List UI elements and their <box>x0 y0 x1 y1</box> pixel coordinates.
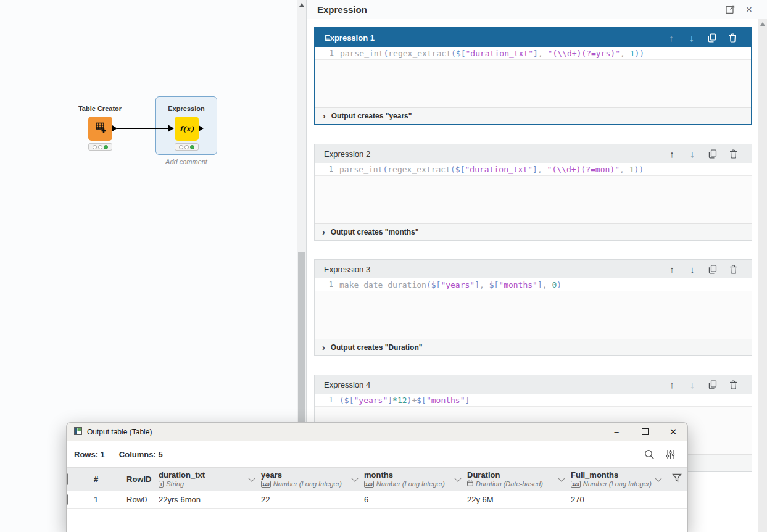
table-header-row: #RowIDduration_txtTStringyears123Number … <box>67 467 687 491</box>
move-down-button[interactable]: ↓ <box>687 264 697 274</box>
output-preview-row[interactable]: ›Output creates "months" <box>315 223 752 240</box>
column-header-rowid[interactable]: RowID <box>124 475 156 484</box>
connection-edge[interactable] <box>117 128 168 129</box>
expression-card-title: Expression 2 <box>324 149 667 159</box>
code-token: "months" <box>426 396 465 405</box>
column-header-duration[interactable]: DurationDuration (Date-based) <box>465 471 568 488</box>
copy-button[interactable] <box>708 380 718 389</box>
table-cell: 6 <box>362 495 465 504</box>
expression-card-header[interactable]: Expression 1↑↓ <box>315 28 751 47</box>
chevron-right-icon: › <box>322 344 325 351</box>
code-editor[interactable]: 1parse_int(regex_extract($["duration_txt… <box>315 163 752 223</box>
column-header-months[interactable]: months123Number (Long Integer) <box>362 471 465 488</box>
minimize-button[interactable]: – <box>602 423 631 441</box>
type-badge-icon: 123 <box>261 481 271 488</box>
expression-card: Expression 1↑↓1parse_int(regex_extract($… <box>314 27 752 125</box>
code-token: [ <box>461 49 466 58</box>
chevron-down-icon[interactable] <box>558 475 565 481</box>
move-up-button[interactable]: ↑ <box>666 33 676 43</box>
code-token: parse_int <box>339 165 383 174</box>
panel-scrollbar[interactable] <box>758 19 767 532</box>
chevron-down-icon[interactable] <box>454 475 461 481</box>
column-name: duration_txt <box>159 471 249 480</box>
delete-button[interactable] <box>728 380 738 389</box>
table-settings-icon[interactable] <box>664 448 676 460</box>
column-type-label: Number (Long Integer) <box>273 480 342 488</box>
expression-node[interactable]: f(x) <box>175 117 199 141</box>
code-token: "duration_txt" <box>465 165 533 174</box>
expression-card-header[interactable]: Expression 3↑↓ <box>315 260 752 278</box>
columns-count: Columns: 5 <box>119 450 163 459</box>
copy-button[interactable] <box>708 264 718 274</box>
scroll-up-arrow-icon[interactable] <box>299 3 304 7</box>
code-editor[interactable]: 1parse_int(regex_extract($["duration_txt… <box>315 47 751 107</box>
move-down-button[interactable]: ↓ <box>687 149 697 159</box>
chevron-down-icon[interactable] <box>351 475 358 481</box>
move-up-button[interactable]: ↑ <box>667 264 677 274</box>
column-header-full-months[interactable]: Full_months123Number (Long Integer) <box>568 471 665 488</box>
column-type: Duration (Date-based) <box>467 480 558 488</box>
delete-button[interactable] <box>728 264 738 274</box>
output-label: Output creates "years" <box>331 112 412 120</box>
table-cell: 270 <box>568 495 665 504</box>
expression-card-header[interactable]: Expression 4↑↓ <box>315 375 752 394</box>
expression-card-header[interactable]: Expression 2↑↓ <box>315 144 752 163</box>
expression-card-title: Expression 3 <box>324 265 667 274</box>
table-cell: 22y 6M <box>465 495 568 504</box>
line-number: 1 <box>315 396 339 404</box>
search-icon[interactable] <box>643 448 655 460</box>
expression-card-title: Expression 4 <box>324 380 667 389</box>
delete-button[interactable] <box>728 33 737 43</box>
code-token: ] <box>475 280 479 289</box>
code-token: , <box>620 49 630 58</box>
code-editor[interactable]: 1make_date_duration($["years"], $["month… <box>315 278 752 339</box>
select-all-checkbox[interactable] <box>67 473 68 485</box>
close-window-button[interactable]: ✕ <box>659 423 687 441</box>
output-preview-row[interactable]: ›Output creates "years" <box>315 107 751 124</box>
table-row: 1Row022yrs 6mon22622y 6M270 <box>67 491 687 509</box>
table-cell: 22 <box>259 495 362 504</box>
line-number: 1 <box>315 49 340 57</box>
code-token: $ <box>344 396 349 405</box>
chevron-down-icon[interactable] <box>248 475 255 481</box>
expand-icon[interactable] <box>724 4 736 15</box>
row-checkbox[interactable] <box>67 494 68 505</box>
table-toolbar: Rows: 1 Columns: 5 <box>67 441 687 467</box>
code-token: ( <box>451 49 456 58</box>
window-title: Output table (Table) <box>87 428 602 436</box>
filter-cell <box>665 473 688 485</box>
code-line: 1($["years"]*12)+$["months"] <box>315 394 752 407</box>
add-comment-link[interactable]: Add comment <box>155 158 217 165</box>
column-type: TString <box>159 480 249 488</box>
move-up-button[interactable]: ↑ <box>667 380 677 389</box>
close-icon[interactable]: × <box>744 4 755 15</box>
output-label: Output creates "months" <box>331 228 419 236</box>
code-token: $ <box>417 396 421 405</box>
code-token: ( <box>450 165 455 174</box>
move-down-button[interactable]: ↓ <box>687 33 697 43</box>
code-line: 1parse_int(regex_extract($["duration_txt… <box>315 163 752 176</box>
code-token: [ <box>421 396 426 405</box>
window-titlebar[interactable]: Output table (Table) – ✕ <box>67 423 687 441</box>
column-header-duration-txt[interactable]: duration_txtTString <box>156 471 259 488</box>
delete-button[interactable] <box>728 149 738 159</box>
table-creator-node[interactable] <box>88 117 112 141</box>
filter-funnel-icon[interactable] <box>672 473 682 485</box>
move-up-button[interactable]: ↑ <box>667 149 677 159</box>
code-token: , <box>620 165 629 174</box>
scroll-up-arrow-icon[interactable] <box>760 22 765 26</box>
maximize-button[interactable] <box>631 423 659 441</box>
node-label-expression: Expression <box>155 105 217 112</box>
table-plus-icon <box>94 121 107 137</box>
code-token: ] <box>388 396 392 405</box>
status-light-off <box>184 145 189 149</box>
copy-button[interactable] <box>707 33 717 43</box>
code-token: , <box>537 165 547 174</box>
move-down-button[interactable]: ↓ <box>687 380 697 389</box>
chevron-down-icon[interactable] <box>655 475 661 481</box>
column-header-years[interactable]: years123Number (Long Integer) <box>259 471 362 488</box>
copy-button[interactable] <box>708 149 718 159</box>
output-preview-row[interactable]: ›Output creates "Duration" <box>315 339 752 355</box>
code-token: ] <box>537 280 542 289</box>
column-header--[interactable]: # <box>91 475 124 484</box>
